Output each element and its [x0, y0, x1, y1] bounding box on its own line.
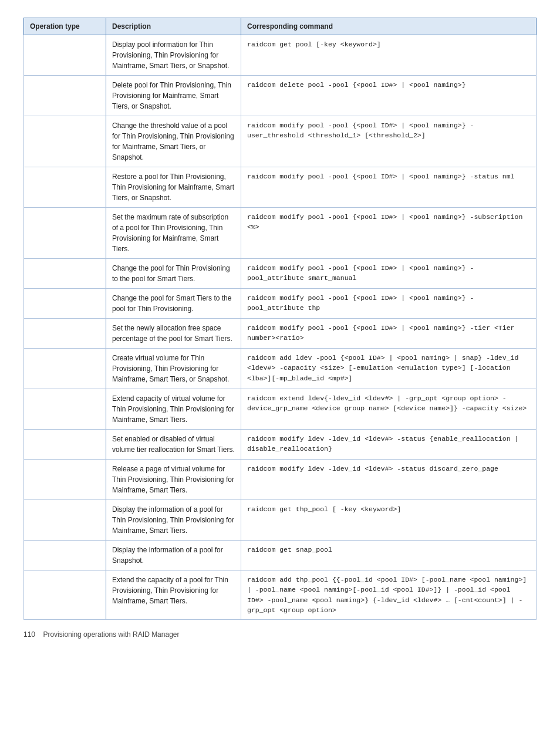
- page-footer: 110 Provisioning operations with RAID Ma…: [23, 630, 537, 639]
- table-row: Extend capacity of virtual volume for Th…: [24, 389, 537, 430]
- table-row: Display the information of a pool for Sn…: [24, 541, 537, 571]
- cell-operation: [24, 389, 106, 430]
- cell-description: Display the information of a pool for Sn…: [106, 541, 241, 571]
- table-row: Extend the capacity of a pool for Thin P…: [24, 571, 537, 620]
- table-row: Change the threshold value of a pool for…: [24, 116, 537, 167]
- cell-command: raidcom modify pool -pool {<pool ID#> | …: [241, 319, 537, 349]
- cell-command: raidcom modify pool -pool {<pool ID#> | …: [241, 208, 537, 259]
- cell-operation: [24, 35, 106, 76]
- main-table: Operation type Description Corresponding…: [23, 18, 537, 620]
- cell-operation: [24, 541, 106, 571]
- cell-command: raidcom get thp_pool [ -key <keyword>]: [241, 500, 537, 541]
- table-row: Set the maximum rate of subscription of …: [24, 208, 537, 259]
- table-row: Release a page of virtual volume for Thi…: [24, 460, 537, 500]
- table-row: Change the pool for Thin Provisioning to…: [24, 259, 537, 289]
- cell-command: raidcom modify pool -pool {<pool ID#> | …: [241, 167, 537, 208]
- cell-description: Release a page of virtual volume for Thi…: [106, 460, 241, 500]
- cell-operation: [24, 319, 106, 349]
- col-header-desc: Description: [106, 18, 241, 35]
- cell-command: raidcom add ldev -pool {<pool ID#> | <po…: [241, 349, 537, 389]
- cell-description: Set the newly allocation free space perc…: [106, 319, 241, 349]
- cell-description: Set enabled or disabled of virtual volum…: [106, 430, 241, 460]
- cell-command: raidcom add thp_pool {{-pool_id <pool ID…: [241, 571, 537, 620]
- cell-operation: [24, 500, 106, 541]
- cell-operation: [24, 460, 106, 500]
- table-row: Display pool information for Thin Provis…: [24, 35, 537, 76]
- table-row: Display the information of a pool for Th…: [24, 500, 537, 541]
- cell-command: raidcom modify pool -pool {<pool ID#> | …: [241, 259, 537, 289]
- table-row: Create virtual volume for Thin Provision…: [24, 349, 537, 389]
- cell-command: raidcom modify pool -pool {<pool ID#> | …: [241, 289, 537, 319]
- table-row: Set the newly allocation free space perc…: [24, 319, 537, 349]
- cell-command: raidcom delete pool -pool {<pool ID#> | …: [241, 76, 537, 116]
- cell-operation: [24, 116, 106, 167]
- table-row: Set enabled or disabled of virtual volum…: [24, 430, 537, 460]
- col-header-cmd: Corresponding command: [241, 18, 537, 35]
- cell-description: Extend capacity of virtual volume for Th…: [106, 389, 241, 430]
- cell-operation: [24, 349, 106, 389]
- cell-operation: [24, 208, 106, 259]
- cell-description: Display pool information for Thin Provis…: [106, 35, 241, 76]
- cell-operation: [24, 76, 106, 116]
- cell-description: Change the pool for Smart Tiers to the p…: [106, 289, 241, 319]
- col-header-op: Operation type: [24, 18, 106, 35]
- cell-description: Display the information of a pool for Th…: [106, 500, 241, 541]
- cell-command: raidcom modify pool -pool {<pool ID#> | …: [241, 116, 537, 167]
- footer-text: Provisioning operations with RAID Manage…: [43, 630, 179, 639]
- cell-command: raidcom extend ldev{-ldev_id <ldev#> | -…: [241, 389, 537, 430]
- cell-description: Change the pool for Thin Provisioning to…: [106, 259, 241, 289]
- cell-operation: [24, 167, 106, 208]
- cell-operation: [24, 289, 106, 319]
- table-row: Restore a pool for Thin Provisioning, Th…: [24, 167, 537, 208]
- cell-operation: [24, 571, 106, 620]
- cell-command: raidcom get snap_pool: [241, 541, 537, 571]
- cell-description: Restore a pool for Thin Provisioning, Th…: [106, 167, 241, 208]
- cell-description: Create virtual volume for Thin Provision…: [106, 349, 241, 389]
- cell-command: raidcom modify ldev -ldev_id <ldev#> -st…: [241, 460, 537, 500]
- cell-command: raidcom modify ldev -ldev_id <ldev#> -st…: [241, 430, 537, 460]
- cell-description: Delete pool for Thin Provisioning, Thin …: [106, 76, 241, 116]
- table-row: Delete pool for Thin Provisioning, Thin …: [24, 76, 537, 116]
- cell-description: Set the maximum rate of subscription of …: [106, 208, 241, 259]
- cell-command: raidcom get pool [-key <keyword>]: [241, 35, 537, 76]
- page-number: 110: [23, 630, 35, 639]
- cell-operation: [24, 430, 106, 460]
- cell-operation: [24, 259, 106, 289]
- cell-description: Change the threshold value of a pool for…: [106, 116, 241, 167]
- table-row: Change the pool for Smart Tiers to the p…: [24, 289, 537, 319]
- cell-description: Extend the capacity of a pool for Thin P…: [106, 571, 241, 620]
